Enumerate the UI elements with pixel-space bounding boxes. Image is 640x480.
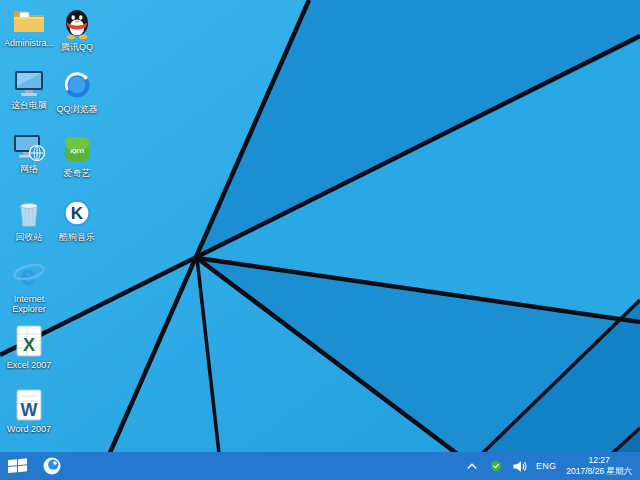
iqiyi-wordmark: iQIYI (70, 148, 84, 154)
system-tray: ENG 12:27 2017/8/26 星期六 (464, 452, 640, 480)
qq-browser-icon (60, 68, 94, 102)
desktop-icon-qq-browser[interactable]: QQ浏览器 (49, 68, 105, 128)
clock-time: 12:27 (589, 455, 610, 466)
taskbar: ENG 12:27 2017/8/26 星期六 (0, 452, 640, 480)
kugou-icon: K (60, 196, 94, 230)
recycle-bin-icon (12, 196, 46, 230)
excel-icon: X (13, 324, 45, 358)
icon-label: Internet Explorer (1, 294, 57, 315)
taskbar-pinned-browser[interactable] (36, 452, 68, 480)
icon-label: 网络 (20, 164, 38, 174)
desktop-icon-excel-2007[interactable]: X Excel 2007 (1, 324, 57, 384)
kugou-k-glyph: K (71, 204, 84, 223)
icon-label: 酷狗音乐 (59, 232, 95, 242)
folder-icon (12, 6, 46, 36)
network-icon (12, 132, 46, 162)
word-w-glyph: W (21, 400, 38, 420)
word-icon: W (13, 388, 45, 422)
desktop-icon-tencent-qq[interactable]: 腾讯QQ (49, 6, 105, 66)
desktop-screen: Administra... 这台电脑 网络 回收站 (0, 0, 640, 480)
excel-x-glyph: X (23, 335, 35, 355)
icon-label: 这台电脑 (11, 100, 47, 110)
tray-show-hidden-icons[interactable] (464, 452, 480, 480)
shield-icon (490, 460, 502, 472)
taskbar-clock[interactable]: 12:27 2017/8/26 星期六 (564, 455, 634, 477)
icon-label: QQ浏览器 (56, 104, 97, 114)
desktop-icon-internet-explorer[interactable]: e Internet Explorer (1, 258, 57, 318)
qq-penguin-icon (60, 6, 94, 40)
windows-logo-icon (8, 458, 29, 474)
clock-date: 2017/8/26 星期六 (566, 466, 632, 477)
desktop-icon-kugou-music[interactable]: K 酷狗音乐 (49, 196, 105, 256)
icon-label: Administra... (4, 38, 54, 48)
desktop-icon-word-2007[interactable]: W Word 2007 (1, 388, 57, 448)
chevron-up-icon (466, 461, 478, 471)
icon-label: 腾讯QQ (61, 42, 93, 52)
icon-label: 爱奇艺 (64, 168, 91, 178)
browser-globe-icon (42, 456, 62, 476)
icon-label: Word 2007 (7, 424, 51, 434)
start-button[interactable] (0, 452, 36, 480)
computer-icon (12, 68, 46, 98)
icon-label: 回收站 (16, 232, 43, 242)
iqiyi-icon: iQIYI (60, 132, 94, 166)
speaker-icon (512, 460, 527, 473)
tray-volume[interactable] (512, 452, 528, 480)
icon-label: Excel 2007 (7, 360, 52, 370)
tray-security-icon[interactable] (488, 452, 504, 480)
desktop-icon-iqiyi[interactable]: iQIYI 爱奇艺 (49, 132, 105, 192)
language-indicator[interactable]: ENG (536, 461, 556, 471)
internet-explorer-icon: e (12, 258, 46, 292)
